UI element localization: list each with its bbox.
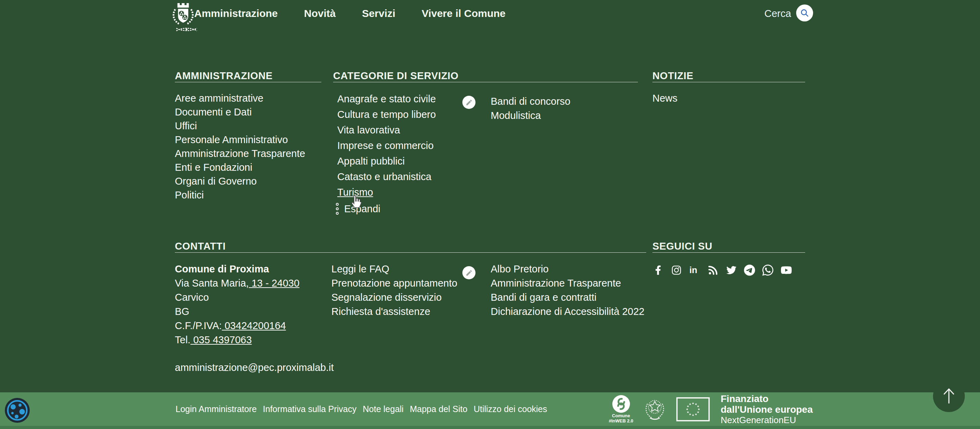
youtube-link[interactable] <box>781 264 792 276</box>
section-title: CONTATTI <box>175 241 646 253</box>
notizie-links: News <box>652 91 678 105</box>
footer-link-aree-amministrative[interactable]: Aree amministrative <box>175 91 305 105</box>
eu-funding-line2: dall'Unione europea <box>721 404 813 415</box>
login-amministratore-link[interactable]: Login Amministratore <box>175 404 257 414</box>
twitter-link[interactable] <box>725 264 737 276</box>
footer-section-categorie-di-servizio: CATEGORIE DI SERVIZIO Anagrafe e stato c… <box>333 70 638 215</box>
accessibility-widget-icon <box>5 397 30 423</box>
footer-link-catasto-e-urbanistica[interactable]: Catasto e urbanistica <box>337 169 436 185</box>
section-title: CATEGORIE DI SERVIZIO <box>333 70 638 82</box>
footer-link-amministrazione-trasparente-2[interactable]: Amministrazione Trasparente <box>491 276 644 290</box>
accessibility-widget-button[interactable] <box>5 397 30 423</box>
search-icon <box>800 8 809 18</box>
footer-section-amministrazione: AMMINISTRAZIONE Aree amministrative Docu… <box>175 70 321 202</box>
eu-funding-line3: NextGenerationEU <box>721 415 813 425</box>
svg-text:in: in <box>689 265 697 275</box>
social-icons-row: in <box>652 264 805 276</box>
linkedin-icon: in <box>689 265 700 275</box>
section-title: SEGUICI SU <box>652 241 805 253</box>
eu-funding-text: Finanziato dall'Unione europea NextGener… <box>721 393 813 425</box>
nav-item-novita[interactable]: Novità <box>304 8 336 19</box>
inweb-caption: #InWEB 2.0 <box>609 418 633 423</box>
youtube-icon <box>781 265 792 276</box>
footer-link-imprese-e-commercio[interactable]: Imprese e commercio <box>337 138 436 153</box>
twitter-icon <box>726 265 737 275</box>
phone-link[interactable]: 035 4397063 <box>190 334 251 345</box>
instagram-link[interactable] <box>671 264 682 276</box>
email-link[interactable]: amministrazione@pec.proximalab.it <box>175 360 329 375</box>
whatsapp-link[interactable] <box>762 264 773 276</box>
footer-link-news[interactable]: News <box>652 91 678 105</box>
mappa-del-sito-link[interactable]: Mappa del Sito <box>410 404 468 414</box>
comune-caption: Comune <box>612 413 630 418</box>
utilizzo-cookies-link[interactable]: Utilizzo dei cookies <box>474 404 547 414</box>
categorie-extra-links: Bandi di concorso Modulistica <box>491 94 571 123</box>
footer-link-prenotazione-appuntamento[interactable]: Prenotazione appuntamento <box>331 276 457 290</box>
footer-link-vita-lavorativa[interactable]: Vita lavorativa <box>337 122 436 138</box>
footer-link-organi-di-governo[interactable]: Organi di Governo <box>175 174 305 188</box>
piva-link[interactable]: 03424200164 <box>222 320 286 331</box>
informativa-privacy-link[interactable]: Informativa sulla Privacy <box>263 404 356 414</box>
nav-item-vivere-il-comune[interactable]: Vivere il Comune <box>422 8 506 19</box>
telegram-icon <box>744 265 755 276</box>
bottom-edge-strip <box>0 426 980 429</box>
scroll-to-top-button[interactable] <box>933 380 965 412</box>
footer-link-bandi-di-gara-e-contratti[interactable]: Bandi di gara e contratti <box>491 290 644 305</box>
footer-link-albo-pretorio[interactable]: Albo Pretorio <box>491 262 644 276</box>
footer-section-contatti: CONTATTI Comune di Proxima Via Santa Mar… <box>175 241 646 253</box>
expand-button[interactable]: Espandi <box>344 203 380 215</box>
footer-link-richiesta-assistenze[interactable]: Richiesta d'assistenze <box>331 305 457 319</box>
instagram-icon <box>671 265 681 275</box>
contact-address-block: Comune di Proxima Via Santa Maria, 13 - … <box>175 262 329 375</box>
rss-link[interactable] <box>707 264 718 276</box>
bottom-bar-links: Login Amministratore Informativa sulla P… <box>175 392 547 426</box>
pencil-badge <box>462 266 476 279</box>
search-label: Cerca <box>764 8 791 19</box>
footer-link-segnalazione-disservizio[interactable]: Segnalazione disservizio <box>331 290 457 305</box>
org-name: Comune di Proxima <box>175 263 269 274</box>
bottom-bar-logos: Comune #InWEB 2.0 Finanziato dal <box>609 392 813 426</box>
address-prefix: Via Santa Maria, <box>175 277 249 289</box>
footer-link-appalti-pubblici[interactable]: Appalti pubblici <box>337 153 436 169</box>
linkedin-link[interactable]: in <box>689 264 700 276</box>
address-link[interactable]: 13 - 24030 <box>249 277 300 289</box>
nav-item-amministrazione[interactable]: Amministrazione <box>194 8 278 19</box>
bottom-bar: Login Amministratore Informativa sulla P… <box>0 392 980 429</box>
footer-link-modulistica[interactable]: Modulistica <box>491 108 571 123</box>
address-suffix: Carvico <box>175 292 209 303</box>
footer-link-uffici[interactable]: Uffici <box>175 119 305 133</box>
page-footer-region: Amministrazione Novità Servizi Vivere il… <box>0 0 980 429</box>
footer-section-notizie: NOTIZIE News <box>652 70 805 105</box>
eu-flag-icon <box>676 397 710 421</box>
italy-emblem-icon <box>644 397 666 422</box>
rss-icon <box>708 265 718 275</box>
telegram-link[interactable] <box>744 264 755 276</box>
address-line2: BG <box>175 306 189 317</box>
tel-prefix: Tel. <box>175 334 190 345</box>
contact-service-links: Leggi le FAQ Prenotazione appuntamento S… <box>331 262 457 319</box>
categorie-links: Anagrafe e stato civile Cultura e tempo … <box>337 91 436 200</box>
logo-laurel-ornament-icon <box>175 26 198 32</box>
section-title: AMMINISTRAZIONE <box>175 70 321 82</box>
footer-link-bandi-di-concorso[interactable]: Bandi di concorso <box>491 94 571 108</box>
footer-link-personale-amministrativo[interactable]: Personale Amministrativo <box>175 133 305 147</box>
footer-link-dichiarazione-accessibilita[interactable]: Dichiarazione di Accessibilità 2022 <box>491 305 644 319</box>
footer-link-turismo[interactable]: Turismo <box>337 185 436 200</box>
facebook-link[interactable] <box>652 264 663 276</box>
footer-link-amministrazione-trasparente[interactable]: Amministrazione Trasparente <box>175 147 305 160</box>
note-legali-link[interactable]: Note legali <box>363 404 404 414</box>
facebook-icon <box>655 265 661 275</box>
pencil-badge <box>462 96 476 109</box>
contact-legal-links: Albo Pretorio Amministrazione Trasparent… <box>491 262 644 319</box>
comune-inweb-logo: Comune #InWEB 2.0 <box>609 395 633 423</box>
footer-link-leggi-le-faq[interactable]: Leggi le FAQ <box>331 262 457 276</box>
top-navigation: Amministrazione Novità Servizi Vivere il… <box>194 8 506 19</box>
footer-link-documenti-e-dati[interactable]: Documenti e Dati <box>175 105 305 119</box>
footer-link-enti-e-fondazioni[interactable]: Enti e Fondazioni <box>175 160 305 174</box>
footer-link-politici[interactable]: Politici <box>175 188 305 202</box>
footer-link-anagrafe-e-stato-civile[interactable]: Anagrafe e stato civile <box>337 91 436 107</box>
search-button[interactable] <box>796 5 813 21</box>
nav-item-servizi[interactable]: Servizi <box>362 8 395 19</box>
footer-link-cultura-e-tempo-libero[interactable]: Cultura e tempo libero <box>337 107 436 122</box>
amministrazione-links: Aree amministrative Documenti e Dati Uff… <box>175 91 305 202</box>
